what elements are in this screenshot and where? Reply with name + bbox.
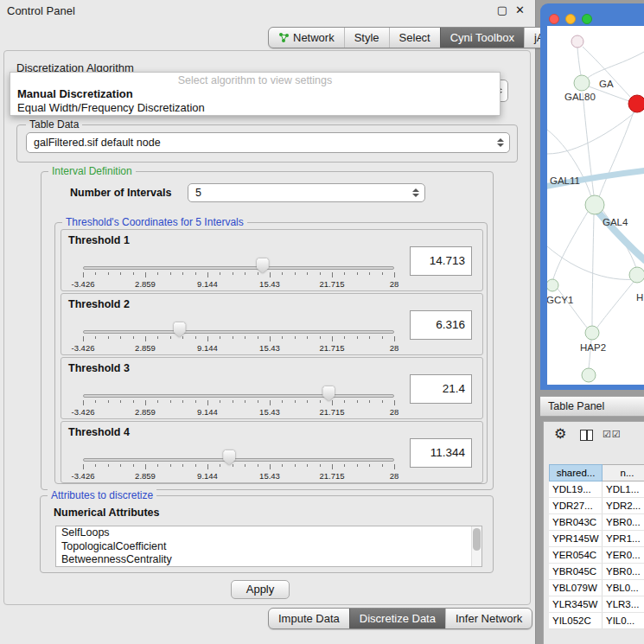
node-hap2[interactable] xyxy=(585,326,599,340)
table-row[interactable]: YBR045CYBR0... xyxy=(549,564,644,580)
threshold-value-field[interactable]: 21.4 xyxy=(410,374,472,404)
threshold-slider-3[interactable]: -3.4262.8599.14415.4321.71528 xyxy=(83,384,394,418)
slider-thumb-shape[interactable] xyxy=(257,258,269,273)
close-icon[interactable]: ✕ xyxy=(515,3,525,16)
node-gcy1[interactable] xyxy=(547,279,558,291)
dropdown-placeholder-item[interactable]: Select algorithm to view settings xyxy=(10,74,500,86)
threshold-panel-2: Threshold 2-3.4262.8599.14415.4321.71528… xyxy=(61,293,483,355)
threshold-value-field[interactable]: 11.344 xyxy=(410,438,472,468)
slider-thumb-shape[interactable] xyxy=(174,322,186,337)
close-traffic-icon[interactable] xyxy=(549,14,559,24)
cell-shared-name[interactable]: YBR045C xyxy=(549,564,603,579)
zoom-traffic-icon[interactable] xyxy=(582,14,592,24)
slider-thumb[interactable] xyxy=(322,386,335,401)
table-row[interactable]: YLR345WYLR3... xyxy=(549,596,644,613)
table-row[interactable]: YDL19...YDL1... xyxy=(549,481,644,498)
node-gal80[interactable] xyxy=(574,75,590,91)
columns-icon[interactable] xyxy=(580,430,593,441)
slider-thumb-shape[interactable] xyxy=(322,386,335,401)
table-row[interactable]: YER054CYER0... xyxy=(549,547,644,564)
attribute-list-item[interactable]: SelfLoops xyxy=(56,526,481,540)
threshold-value-field[interactable]: 6.316 xyxy=(410,310,472,340)
network-edge[interactable] xyxy=(592,214,594,326)
cell-name[interactable]: YER0... xyxy=(603,547,644,563)
dropdown-option-equal-width-frequency[interactable]: Equal Width/Frequency Discretization xyxy=(17,101,205,114)
cell-shared-name[interactable]: YDR27... xyxy=(549,498,603,513)
attribute-list-item[interactable]: TopologicalCoefficient xyxy=(56,540,481,554)
slider-thumb[interactable] xyxy=(257,258,269,273)
slider-scale-label: 15.43 xyxy=(259,343,280,353)
node-red[interactable] xyxy=(628,95,644,112)
table-data-combobox[interactable]: galFiltered.sif default node xyxy=(26,132,510,153)
tab-select[interactable]: Select xyxy=(389,28,440,48)
cell-name[interactable]: YBL0... xyxy=(603,580,644,596)
network-canvas[interactable]: GAL80GAGAL11GAL4GCY1HHAP2 xyxy=(547,26,644,385)
cell-shared-name[interactable]: YBL079W xyxy=(549,580,603,596)
node-right[interactable] xyxy=(629,267,644,283)
column-header-shared[interactable]: shared... xyxy=(549,464,603,481)
gear-icon[interactable]: ⚙ xyxy=(554,425,566,442)
slider-thumb[interactable] xyxy=(174,322,186,337)
cell-name[interactable]: YLR3... xyxy=(603,596,644,612)
cell-shared-name[interactable]: YPR145W xyxy=(549,531,603,546)
cell-name[interactable]: YBR0... xyxy=(603,564,644,579)
slider-thumb-shape[interactable] xyxy=(223,450,235,465)
scrollbar-thumb[interactable] xyxy=(473,528,481,551)
table-row[interactable]: YPR145WYPR1... xyxy=(549,531,644,547)
minimize-traffic-icon[interactable] xyxy=(565,14,576,24)
cell-shared-name[interactable]: YBR043C xyxy=(549,514,603,530)
network-edge[interactable] xyxy=(588,52,644,78)
tab-style[interactable]: Style xyxy=(344,28,389,48)
slider-track[interactable] xyxy=(83,394,394,398)
threshold-value-field[interactable]: 14.713 xyxy=(410,246,472,276)
slider-thumb[interactable] xyxy=(223,450,235,465)
cell-name[interactable]: YIL0... xyxy=(603,613,644,628)
network-edge[interactable] xyxy=(547,111,637,154)
algorithm-dropdown-popup: Select algorithm to view settings Manual… xyxy=(10,72,501,116)
network-edge[interactable] xyxy=(599,112,634,197)
slider-tick xyxy=(344,336,345,339)
tab-cyni-toolbox[interactable]: Cyni Toolbox xyxy=(440,28,524,48)
network-edge[interactable] xyxy=(577,48,581,75)
cell-shared-name[interactable]: YER054C xyxy=(549,547,603,563)
list-scrollbar[interactable] xyxy=(471,526,481,566)
threshold-label: Threshold 4 xyxy=(68,426,130,438)
tab-infer-network[interactable]: Infer Network xyxy=(445,609,532,628)
dropdown-option-manual-discretization[interactable]: Manual Discretization xyxy=(17,87,133,100)
table-row[interactable]: YBR043CYBR0... xyxy=(549,514,644,531)
tab-impute-data[interactable]: Impute Data xyxy=(269,609,349,628)
cell-name[interactable]: YDR2... xyxy=(603,498,644,513)
apply-button[interactable]: Apply xyxy=(231,580,290,599)
slider-tick xyxy=(307,464,308,467)
node-top[interactable] xyxy=(571,35,583,48)
table-row[interactable]: YDR27...YDR2... xyxy=(549,498,644,514)
attribute-list-item[interactable]: BetweennessCentrality xyxy=(56,553,481,567)
network-edge[interactable] xyxy=(583,47,630,97)
node-gal4[interactable] xyxy=(585,195,604,214)
slider-tick xyxy=(394,272,395,277)
number-of-intervals-combobox[interactable]: 5 xyxy=(188,183,425,202)
slider-tick xyxy=(369,336,370,339)
node-bottom[interactable] xyxy=(582,368,596,382)
float-window-icon[interactable]: ▢ xyxy=(497,3,507,16)
tab-network[interactable]: Network xyxy=(269,28,344,48)
cell-shared-name[interactable]: YLR345W xyxy=(549,596,603,612)
slider-tick xyxy=(369,464,370,467)
table-row[interactable]: YIL052CYIL0... xyxy=(549,613,644,629)
table-row[interactable]: YBL079WYBL0... xyxy=(549,580,644,596)
tab-discretize-data[interactable]: Discretize Data xyxy=(349,609,445,628)
threshold-slider-2[interactable]: -3.4262.8599.14415.4321.71528 xyxy=(83,320,394,354)
cell-shared-name[interactable]: YDL19... xyxy=(549,481,603,497)
threshold-slider-1[interactable]: -3.4262.8599.14415.4321.71528 xyxy=(83,256,394,290)
cell-name[interactable]: YBR0... xyxy=(603,514,644,530)
network-edge[interactable] xyxy=(596,282,634,328)
column-header-n[interactable]: n... xyxy=(603,464,644,481)
select-columns-icon[interactable]: ☑☑ xyxy=(603,429,622,440)
cell-shared-name[interactable]: YIL052C xyxy=(549,613,603,628)
slider-track[interactable] xyxy=(83,266,394,270)
slider-track[interactable] xyxy=(83,458,394,462)
cell-name[interactable]: YPR1... xyxy=(603,531,644,546)
threshold-slider-4[interactable]: -3.4262.8599.14415.4321.71528 xyxy=(83,448,394,482)
slider-track[interactable] xyxy=(83,330,394,334)
cell-name[interactable]: YDL1... xyxy=(603,481,644,497)
